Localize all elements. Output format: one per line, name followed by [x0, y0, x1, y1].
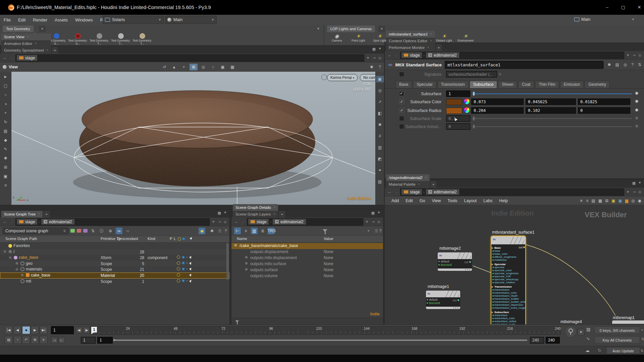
network-toolbar-icon[interactable]: ▦: [598, 198, 602, 203]
col-p[interactable]: P: [170, 237, 172, 241]
display-option-icon[interactable]: ↗: [376, 99, 384, 105]
node-input[interactable]: specular_anisotropy: [491, 278, 525, 281]
shelf-add-tab-button[interactable]: +: [39, 25, 46, 32]
mtlx-logo-icon[interactable]: ∞: [388, 62, 392, 68]
viewport-tool-icon[interactable]: ✱: [2, 155, 10, 161]
viewport-tool-icon[interactable]: ✎: [2, 146, 10, 152]
display-options-gear-icon[interactable]: ✱: [368, 64, 376, 70]
unlink-selection-icon[interactable]: ∞: [124, 228, 131, 234]
param-value-g[interactable]: 0.102: [526, 107, 576, 114]
forward-icon[interactable]: →: [394, 189, 398, 194]
tab-close-icon[interactable]: ✕: [430, 38, 432, 44]
color-wheel-icon[interactable]: [464, 99, 470, 104]
selectable-icon[interactable]: ▶: [188, 273, 192, 277]
forward-icon[interactable]: →: [394, 53, 398, 58]
col-path[interactable]: Scene Graph Path: [5, 237, 37, 241]
expand-icon[interactable]: ⊕: [245, 267, 248, 271]
display-option-icon[interactable]: ◩: [376, 156, 384, 162]
node-input[interactable]: subsurface_radius: [491, 320, 525, 323]
expand-icon[interactable]: ⊕: [245, 261, 248, 265]
viewport-tool-icon[interactable]: ≡: [2, 182, 10, 188]
view-menu[interactable]: View: [3, 65, 18, 69]
minimize-button[interactable]: –: [600, 3, 614, 11]
menu-item[interactable]: Tools: [444, 198, 461, 203]
edit-prim-icon[interactable]: [83, 229, 88, 233]
expand-icon[interactable]: ⊕: [245, 255, 248, 259]
table-row[interactable]: ⊖/ 28 ▶: [0, 249, 229, 255]
search-icon[interactable]: ◎: [624, 62, 627, 67]
table-row[interactable]: ⊖ /cake_base/materials/cake_base: [231, 243, 383, 249]
node-input[interactable]: base_color: [491, 252, 525, 255]
table-row[interactable]: ⊕ outputs:mtlx:displacement None: [231, 255, 383, 261]
param-slider[interactable]: [472, 126, 632, 127]
filter-dropdown-icon[interactable]: ▼: [367, 229, 370, 233]
param-value-r[interactable]: 0.073: [471, 99, 524, 105]
col-value[interactable]: Value: [324, 237, 333, 241]
help-icon[interactable]: ?: [631, 62, 634, 67]
network-toolbar-icon[interactable]: ▆: [625, 198, 628, 203]
breadcrumb-stage[interactable]: stage: [248, 219, 269, 225]
param-value-g[interactable]: 0.045625: [526, 99, 576, 105]
table-row[interactable]: outputs:displacement None: [231, 249, 383, 255]
node-name-field[interactable]: mtlxstandard_surface1: [445, 61, 603, 69]
visibility-toggle-icon[interactable]: [182, 279, 185, 282]
shelf-tool[interactable]: ◉Camera: [326, 33, 347, 45]
expand-icon[interactable]: ⊖: [15, 267, 19, 271]
menu-item[interactable]: File: [0, 17, 14, 22]
shelf-tool[interactable]: Test Geometry: S...: [67, 33, 89, 45]
range-end-field[interactable]: 240: [546, 337, 560, 344]
pane-layout-icon[interactable]: ▦: [218, 211, 221, 215]
network-toolbar-icon[interactable]: ◎: [631, 198, 635, 203]
node-input[interactable]: transmission_scatter_anis..: [491, 300, 525, 303]
viewport-cam-select[interactable]: No cam ▾: [360, 74, 375, 81]
shelf-tab-lop-lights[interactable]: LOP Lights and Cameras: [327, 25, 375, 32]
activate-toggle-icon[interactable]: [177, 267, 180, 270]
viewport-tool-icon[interactable]: ○: [209, 64, 217, 70]
pin-icon[interactable]: ⇥: [633, 190, 635, 194]
snapshot-icon[interactable]: ◉: [199, 228, 205, 234]
range-slider[interactable]: ▶: [115, 339, 527, 342]
filter-funnel-icon[interactable]: [323, 229, 327, 232]
signature-select[interactable]: surfacesurfaceshader (...: [446, 71, 497, 77]
selectable-icon[interactable]: ▶: [188, 255, 192, 259]
pane-tab[interactable]: Scene Graph Tree✕: [1, 211, 43, 218]
range-handle-icon[interactable]: ▶: [113, 338, 116, 342]
viewport-tool-icon[interactable]: ↺: [160, 64, 168, 70]
viewport-3d[interactable]: Karma Persp ▾ No cam ▾ 0:00 1110 x 397 I…: [11, 72, 375, 205]
viewport-tool-icon[interactable]: ◎: [199, 64, 207, 70]
add-pane-tab-button[interactable]: +: [43, 211, 50, 218]
table-row[interactable]: ⊕ outputs:mtlx:surface None: [231, 261, 383, 267]
collapse-icon[interactable]: ▴: [641, 328, 643, 331]
menu-item[interactable]: Add: [388, 198, 402, 203]
node-input[interactable]: Specular: [491, 263, 525, 266]
expand-icon[interactable]: ⊖: [3, 250, 7, 253]
breadcrumb-stage[interactable]: stage: [401, 189, 422, 195]
network-toolbar-icon[interactable]: ✕: [580, 198, 583, 203]
breadcrumb-dropdown-icon[interactable]: ▼: [626, 53, 630, 57]
view-mode-icon[interactable]: TRS: [268, 228, 274, 234]
back-icon[interactable]: ←: [3, 55, 7, 60]
col-kind[interactable]: Kind: [148, 237, 155, 241]
viewport-tool-icon[interactable]: ⊞: [2, 164, 10, 170]
playbar-option-button[interactable]: ↶: [22, 336, 30, 344]
breadcrumb-dropdown-icon[interactable]: ▼: [212, 220, 215, 224]
breadcrumb-node[interactable]: ✕editmaterial2: [273, 219, 306, 225]
node-input[interactable]: transmission_scatter: [491, 297, 525, 300]
node-input[interactable]: specular_rotation: [491, 281, 525, 284]
link-radar-icon[interactable]: ◎: [638, 53, 641, 57]
node-input[interactable]: subsurface: [491, 314, 525, 317]
breadcrumb[interactable]: stage › ✕editmaterial2: [400, 52, 624, 59]
param-value-b[interactable]: 0.01825: [578, 99, 630, 105]
tab-close-icon[interactable]: ✕: [273, 211, 275, 218]
display-option-icon[interactable]: ✦: [376, 167, 384, 174]
playbar-option-button[interactable]: ≡: [40, 336, 48, 344]
tab-close-icon[interactable]: ✕: [27, 34, 29, 40]
menu-item[interactable]: Labs: [480, 198, 496, 203]
param-value-field[interactable]: 0: [446, 123, 470, 130]
collapse-params-icon[interactable]: ⇅: [638, 62, 641, 67]
expand-icon[interactable]: ⊕: [21, 273, 24, 277]
param-value-r[interactable]: 0.204: [471, 107, 524, 114]
param-folder-tab[interactable]: Subsurface: [470, 81, 497, 88]
breadcrumb-node[interactable]: ✕editmaterial2: [426, 189, 459, 195]
node-mtlximage2[interactable]: ∞ default texcoord out: [438, 252, 472, 271]
